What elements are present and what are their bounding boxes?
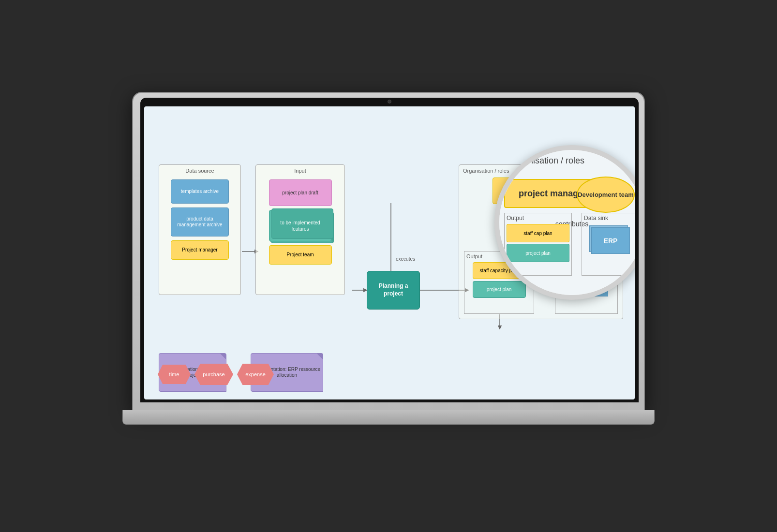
data-source-title: Data source <box>159 165 240 176</box>
mag-org-label: Organisation / roles <box>509 156 584 166</box>
hexagon-time: time <box>158 365 191 384</box>
webcam <box>388 100 391 103</box>
laptop-base <box>122 410 655 425</box>
executes-label: executes <box>396 256 415 262</box>
hexagon-expense: expense <box>237 364 274 385</box>
input-box: Input project plan draft to be implement… <box>255 164 345 295</box>
mag-output-box: Output staff cap plan project plan <box>504 213 572 276</box>
data-source-box: Data source templates archive product da… <box>159 164 241 295</box>
laptop-body: Data source templates archive product da… <box>132 92 645 411</box>
laptop-screen: Data source templates archive product da… <box>144 106 635 399</box>
input-title: Input <box>256 165 344 176</box>
templates-archive: templates archive <box>171 179 229 204</box>
project-manager-datasource: Project manager <box>171 240 229 260</box>
laptop-wrapper: Data source templates archive product da… <box>122 92 655 440</box>
screen-bezel: Data source templates archive product da… <box>140 98 639 402</box>
product-data-archive: product data management archive <box>171 207 229 236</box>
mag-dev-team: Development team <box>577 177 635 213</box>
features-stack: to be implemented features <box>269 210 332 241</box>
mag-datasink-box: Data sink ERP <box>582 213 635 276</box>
magnifier-circle: Organisation / roles project manager Dev… <box>494 145 635 300</box>
project-plan-draft: project plan draft <box>269 179 332 206</box>
planning-a-project: Planning a project <box>367 271 420 310</box>
project-team: Project team <box>269 245 332 265</box>
hexagon-purchase: purchase <box>194 364 233 385</box>
